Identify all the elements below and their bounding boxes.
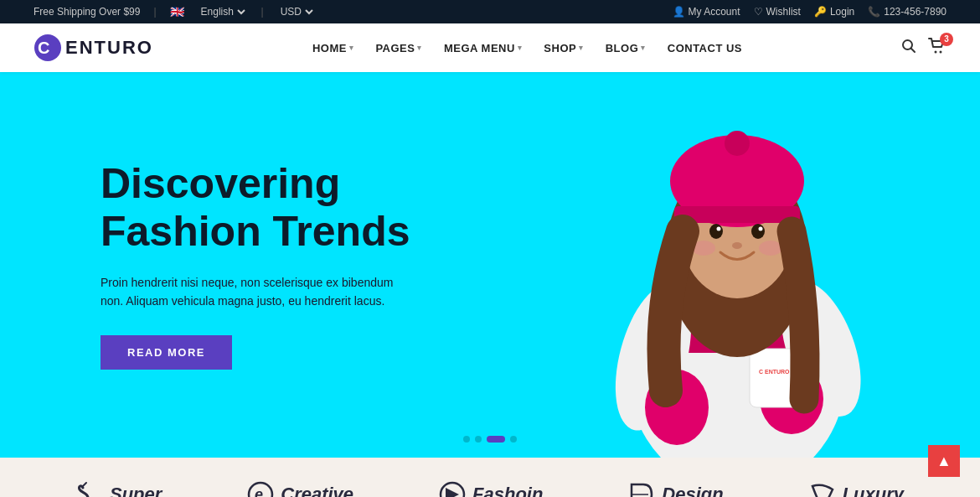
brand-fashoin[interactable]: Fashoin (439, 481, 543, 497)
svg-text:C: C (38, 39, 49, 57)
cart-icon[interactable]: 3 (928, 38, 946, 59)
brand-creative-label: Creative (281, 484, 353, 497)
arrow-up-icon: ▲ (936, 453, 952, 470)
nav-pages[interactable]: PAGES ▾ (367, 37, 431, 60)
hero-title: Discovering Fashion Trends (101, 160, 410, 256)
svg-line-3 (911, 48, 916, 52)
creative-brand-icon: e (247, 481, 274, 497)
chevron-down-icon: ▾ (349, 44, 354, 52)
dot-2[interactable] (475, 436, 482, 443)
svg-point-24 (751, 224, 765, 239)
phone-icon: 📞 (868, 6, 880, 18)
svg-point-22 (725, 131, 750, 156)
hero-description: Proin hendrerit nisi neque, non sceleris… (101, 273, 402, 311)
top-bar-left: Free Shipping Over $99 | 🇬🇧 English | US… (34, 5, 316, 18)
dot-4[interactable] (510, 436, 517, 443)
brand-design-label: Design (662, 484, 723, 497)
svg-text:e: e (255, 486, 263, 497)
svg-point-23 (709, 224, 723, 239)
brand-super[interactable]: Super (76, 481, 162, 497)
nav-blog[interactable]: BLOG ▾ (597, 37, 654, 60)
brand-fashoin-label: Fashoin (472, 484, 543, 497)
brand-luxury-label: Luxury (843, 484, 904, 497)
svg-point-28 (759, 241, 782, 256)
login-link[interactable]: 🔑 Login (814, 6, 854, 18)
svg-point-25 (717, 227, 721, 231)
cart-badge: 3 (940, 33, 953, 46)
login-icon: 🔑 (814, 6, 827, 18)
chevron-down-icon: ▾ (417, 44, 422, 52)
svg-point-29 (732, 242, 742, 249)
chevron-down-icon: ▾ (641, 44, 646, 52)
brand-strip: Super e Creative Fashoin Design Luxury (0, 458, 980, 497)
wishlist-link[interactable]: ♡ Wishlist (754, 6, 801, 18)
brand-luxury[interactable]: Luxury (809, 481, 904, 497)
svg-point-26 (759, 227, 763, 231)
top-bar-right: 👤 My Account ♡ Wishlist 🔑 Login 📞 123-45… (673, 6, 946, 18)
hero-content: Discovering Fashion Trends Proin hendrer… (101, 160, 410, 370)
divider: | (153, 6, 156, 18)
my-account-link[interactable]: 👤 My Account (673, 6, 740, 18)
logo-text: ENTURO (65, 37, 153, 59)
language-select[interactable]: English (198, 5, 248, 18)
heart-icon: ♡ (754, 6, 763, 18)
dot-1[interactable] (463, 436, 470, 443)
super-brand-icon (76, 481, 103, 497)
top-bar: Free Shipping Over $99 | 🇬🇧 English | US… (0, 0, 980, 23)
chevron-down-icon: ▾ (579, 44, 584, 52)
divider2: | (261, 6, 264, 18)
scroll-to-top-button[interactable]: ▲ (928, 445, 960, 477)
read-more-button[interactable]: READ MORE (101, 335, 232, 370)
svg-point-4 (935, 50, 937, 53)
hero-dots (463, 436, 517, 443)
nav-contact[interactable]: CONTACT US (659, 37, 750, 60)
search-icon[interactable] (901, 39, 916, 58)
nav-home[interactable]: HOME ▾ (304, 37, 363, 60)
design-brand-icon (628, 481, 655, 497)
svg-point-5 (940, 50, 942, 53)
chevron-down-icon: ▾ (518, 44, 523, 52)
currency-select[interactable]: USD (277, 5, 316, 18)
account-icon: 👤 (673, 6, 685, 18)
phone-link[interactable]: 📞 123-456-7890 (868, 6, 946, 18)
logo[interactable]: C ENTURO (34, 34, 153, 62)
brand-creative[interactable]: e Creative (247, 481, 353, 497)
brand-super-label: Super (110, 484, 162, 497)
luxury-brand-icon (809, 481, 836, 497)
nav-shop[interactable]: SHOP ▾ (535, 37, 591, 60)
brand-design[interactable]: Design (628, 481, 723, 497)
nav-mega-menu[interactable]: MEGA MENU ▾ (436, 37, 530, 60)
flag-icon: 🇬🇧 (170, 5, 184, 18)
svg-text:C ENTURO: C ENTURO (759, 369, 790, 375)
hero-girl-illustration: C ENTURO (536, 72, 938, 458)
main-nav: HOME ▾ PAGES ▾ MEGA MENU ▾ SHOP ▾ BLOG ▾… (304, 37, 750, 60)
dot-3-active[interactable] (487, 436, 505, 443)
header-icons: 3 (901, 38, 946, 59)
hero-image: C ENTURO (494, 72, 980, 458)
logo-icon: C (34, 34, 62, 62)
shipping-text: Free Shipping Over $99 (34, 6, 140, 18)
header: C ENTURO HOME ▾ PAGES ▾ MEGA MENU ▾ SHOP… (0, 23, 980, 72)
fashoin-brand-icon (439, 481, 466, 497)
hero-section: Discovering Fashion Trends Proin hendrer… (0, 72, 980, 458)
